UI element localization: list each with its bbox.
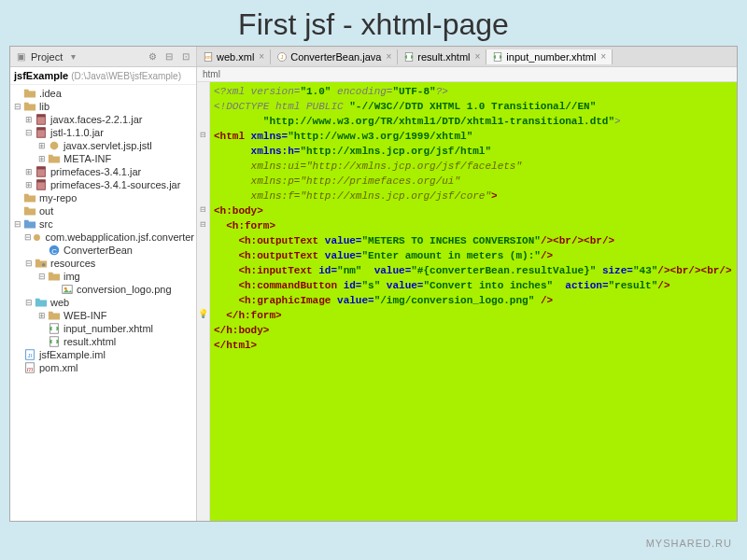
- tree-item[interactable]: my-repo: [10, 191, 196, 204]
- fold-icon[interactable]: ⊟: [200, 131, 206, 139]
- fold-icon[interactable]: ⊟: [200, 220, 206, 229]
- project-header[interactable]: jsfExample (D:\Java\WEB\jsfExample): [10, 67, 196, 85]
- tree-toggle-icon[interactable]: ⊟: [23, 259, 35, 268]
- code-line[interactable]: <h:body>: [214, 203, 733, 218]
- tree-toggle-icon[interactable]: ⊞: [23, 180, 35, 189]
- code-line[interactable]: <h:commandButton id="s" value="Convert i…: [214, 278, 733, 293]
- maven-icon: m: [23, 362, 36, 373]
- tab-input_number-xhtml[interactable]: input_number.xhtml×: [486, 49, 613, 64]
- tree-item[interactable]: ⊟src: [10, 217, 196, 231]
- project-name: jsfExample: [14, 70, 68, 81]
- code-line[interactable]: xmlns:ui="http://xmlns.jcp.org/jsf/facel…: [214, 159, 733, 174]
- tree-item[interactable]: mpom.xml: [10, 361, 196, 374]
- tree-label: result.xhtml: [63, 336, 116, 347]
- tree-toggle-icon[interactable]: ⊟: [12, 219, 23, 229]
- svg-rect-9: [37, 128, 46, 131]
- tree-toggle-icon[interactable]: ⊞: [36, 154, 48, 163]
- tree-toggle-icon[interactable]: ⊟: [12, 102, 23, 111]
- dropdown-icon[interactable]: ▾: [66, 50, 79, 63]
- tree-label: javax.faces-2.2.1.jar: [50, 114, 142, 125]
- tree-item[interactable]: .idea: [10, 87, 196, 100]
- breadcrumb[interactable]: html: [197, 67, 737, 82]
- tree-item[interactable]: ⊞javax.servlet.jsp.jstl: [10, 139, 196, 152]
- tab-label: result.xhtml: [417, 51, 470, 63]
- code-line[interactable]: <h:outputText value="METERS TO INCHES CO…: [214, 233, 733, 248]
- code-line[interactable]: xmlns:p="http://primefaces.org/ui": [214, 174, 733, 189]
- xhtml-icon: [48, 336, 61, 347]
- code-line[interactable]: "http://www.w3.org/TR/xhtml1/DTD/xhtml1-…: [214, 114, 733, 129]
- class-icon: C: [48, 245, 61, 256]
- tree-label: src: [39, 218, 53, 230]
- tab-result-xhtml[interactable]: result.xhtml×: [398, 49, 486, 64]
- tab-ConverterBean-java[interactable]: JConverterBean.java×: [271, 49, 398, 64]
- fold-icon[interactable]: ⊟: [200, 205, 206, 214]
- tree-label: .idea: [39, 88, 62, 99]
- tree-toggle-icon[interactable]: ⊟: [36, 272, 48, 281]
- xml-icon: xml: [203, 51, 214, 63]
- tree-item[interactable]: result.xhtml: [10, 335, 196, 348]
- code-line[interactable]: xmlns:h="http://xmlns.jcp.org/jsf/html": [214, 144, 733, 159]
- tree-item[interactable]: out: [10, 204, 196, 217]
- tree-item[interactable]: conversion_logo.png: [10, 283, 196, 296]
- tree-item[interactable]: ⊞WEB-INF: [10, 309, 196, 322]
- code-editor: html ⊟⊟⊟💡 <?xml version="1.0" encoding="…: [197, 67, 737, 521]
- tab-web-xml[interactable]: xmlweb.xml×: [197, 49, 271, 64]
- code-line[interactable]: </html>: [214, 338, 733, 353]
- tree-item[interactable]: input_number.xhtml: [10, 322, 196, 335]
- code-line[interactable]: <!DOCTYPE html PUBLIC "-//W3C//DTD XHTML…: [214, 99, 733, 114]
- close-icon[interactable]: ×: [475, 51, 481, 62]
- close-icon[interactable]: ×: [386, 51, 391, 62]
- close-icon[interactable]: ×: [600, 51, 606, 62]
- tree-item[interactable]: ⊞javax.faces-2.2.1.jar: [10, 113, 196, 126]
- tree-item[interactable]: CConverterBean: [10, 244, 196, 257]
- tree-item[interactable]: ⊟lib: [10, 100, 196, 113]
- tree-toggle-icon[interactable]: ⊞: [36, 141, 48, 150]
- code-content[interactable]: <?xml version="1.0" encoding="UTF-8"?><!…: [210, 82, 737, 521]
- tree-toggle-icon[interactable]: ⊟: [23, 128, 35, 137]
- tree-toggle-icon[interactable]: ⊟: [23, 298, 35, 307]
- editor-tabs: xmlweb.xml×JConverterBean.java×result.xh…: [197, 47, 737, 66]
- project-label: Project: [31, 51, 63, 63]
- folder-web-icon: [35, 297, 48, 308]
- tree-toggle-icon[interactable]: ⊞: [23, 167, 35, 176]
- svg-point-18: [42, 263, 46, 267]
- code-line[interactable]: <h:outputText value="Enter amount in met…: [214, 248, 733, 263]
- tree-toggle-icon[interactable]: ⊟: [23, 232, 32, 242]
- close-icon[interactable]: ×: [259, 51, 264, 62]
- tree-toggle-icon[interactable]: ⊞: [36, 311, 48, 320]
- code-line[interactable]: <h:graphicImage value="/img/conversion_l…: [214, 293, 733, 308]
- tree-item[interactable]: ⊟com.webapplication.jsf.converter: [10, 231, 196, 244]
- tree-item[interactable]: ⊟img: [10, 270, 196, 283]
- toolbar-row: ▣ Project ▾ ⚙ ⊟ ⊡ xmlweb.xml×JConverterB…: [10, 47, 737, 67]
- tree-label: jsfExample.iml: [39, 349, 106, 360]
- tree-label: resources: [50, 258, 95, 269]
- ide-window: ▣ Project ▾ ⚙ ⊟ ⊡ xmlweb.xml×JConverterB…: [9, 46, 738, 522]
- tree-item[interactable]: ⊞primefaces-3.4.1.jar: [10, 165, 196, 178]
- code-line[interactable]: </h:body>: [214, 323, 733, 338]
- code-line[interactable]: </h:form>: [214, 308, 733, 323]
- gear-icon[interactable]: ⚙: [146, 50, 159, 63]
- tree-item[interactable]: ⊞META-INF: [10, 152, 196, 165]
- tree-item[interactable]: ⊟resources: [10, 257, 196, 270]
- tree-item[interactable]: ⊞primefaces-3.4.1-sources.jar: [10, 178, 196, 191]
- bulb-icon[interactable]: 💡: [198, 309, 208, 318]
- svg-point-15: [34, 234, 40, 241]
- folder-icon: [48, 153, 61, 164]
- code-line[interactable]: xmlns:f="http://xmlns.jcp.org/jsf/core">: [214, 189, 733, 203]
- tree-item[interactable]: ⊟web: [10, 296, 196, 309]
- folder-icon: [48, 271, 61, 282]
- code-line[interactable]: <html xmlns="http://www.w3.org/1999/xhtm…: [214, 129, 733, 144]
- code-line[interactable]: <?xml version="1.0" encoding="UTF-8"?>: [214, 84, 733, 99]
- svg-text:J: J: [281, 54, 284, 60]
- collapse-icon[interactable]: ⊟: [162, 50, 176, 63]
- jar-icon: [35, 127, 48, 138]
- tree-item[interactable]: JIjsfExample.iml: [10, 348, 196, 361]
- hide-icon[interactable]: ⊡: [179, 50, 192, 63]
- gutter: ⊟⊟⊟💡: [197, 82, 210, 521]
- tree-label: out: [39, 205, 53, 217]
- code-line[interactable]: <h:form>: [214, 218, 733, 233]
- folder-res-icon: [35, 258, 48, 269]
- code-line[interactable]: <h:inputText id="nm" value="#{converterB…: [214, 263, 733, 278]
- tree-toggle-icon[interactable]: ⊞: [23, 115, 35, 124]
- tree-item[interactable]: ⊟jstl-1.1.0.jar: [10, 126, 196, 139]
